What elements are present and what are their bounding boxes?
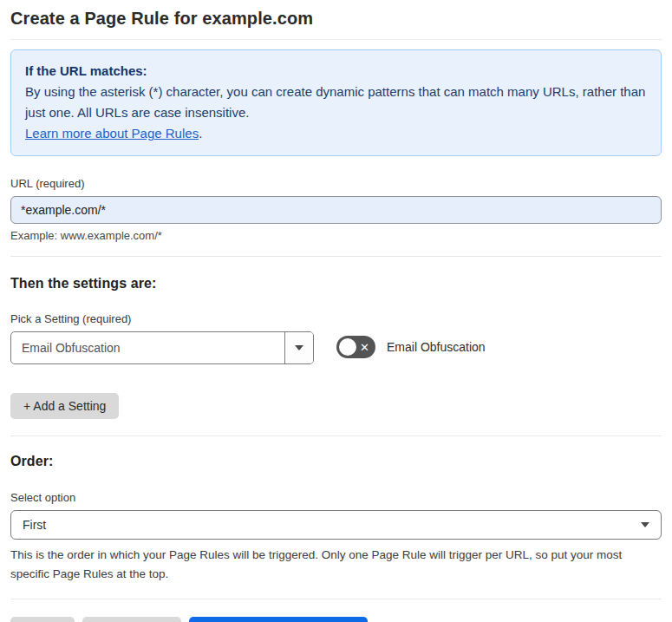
divider (10, 435, 662, 436)
email-obfuscation-toggle[interactable]: ✕ (336, 336, 375, 358)
toggle-knob (339, 338, 356, 356)
add-setting-button[interactable]: + Add a Setting (10, 393, 119, 419)
url-section: URL (required) Example: www.example.com/… (10, 177, 662, 242)
save-and-deploy-button[interactable]: Save and Deploy Page Rule (189, 617, 368, 622)
settings-heading: Then the settings are: (10, 276, 662, 291)
toggle-label: Email Obfuscation (387, 340, 486, 354)
order-select[interactable]: First (10, 510, 662, 540)
order-section: Order: Select option First This is the o… (10, 454, 662, 584)
link-suffix: . (199, 126, 202, 141)
select-option-label: Select option (10, 491, 662, 504)
pick-setting-label: Pick a Setting (required) (10, 312, 314, 325)
info-box-heading: If the URL matches: (25, 61, 647, 82)
order-select-value: First (23, 518, 46, 532)
save-as-draft-button[interactable]: Save as Draft (82, 617, 182, 622)
setting-select-caret-button[interactable] (284, 332, 313, 363)
url-example-hint: Example: www.example.com/* (10, 229, 662, 242)
url-input[interactable] (10, 196, 662, 224)
cancel-button[interactable]: Cancel (10, 617, 75, 622)
setting-picker-row: Pick a Setting (required) Email Obfuscat… (10, 312, 662, 364)
create-page-rule-form: Create a Page Rule for example.com If th… (0, 0, 672, 622)
email-obfuscation-toggle-group: ✕ Email Obfuscation (336, 336, 486, 358)
setting-select[interactable]: Email Obfuscation (10, 331, 314, 364)
chevron-down-icon (641, 522, 649, 527)
setting-picker-block: Pick a Setting (required) Email Obfuscat… (10, 312, 314, 364)
chevron-down-icon (295, 345, 303, 350)
toggle-off-x-icon: ✕ (360, 336, 369, 358)
order-heading: Order: (10, 454, 662, 469)
settings-section: Then the settings are: Pick a Setting (r… (10, 276, 662, 419)
footer-actions: Cancel Save as Draft Save and Deploy Pag… (10, 599, 662, 622)
setting-select-value: Email Obfuscation (11, 332, 284, 363)
learn-more-link[interactable]: Learn more about Page Rules (25, 126, 199, 141)
order-help-text: This is the order in which your Page Rul… (10, 546, 662, 584)
page-title: Create a Page Rule for example.com (10, 9, 662, 40)
url-label: URL (required) (10, 177, 662, 190)
url-match-info-box: If the URL matches: By using the asteris… (10, 49, 662, 156)
info-box-link-line: Learn more about Page Rules. (25, 123, 647, 144)
info-box-body: By using the asterisk (*) character, you… (25, 82, 647, 123)
divider (10, 256, 662, 257)
